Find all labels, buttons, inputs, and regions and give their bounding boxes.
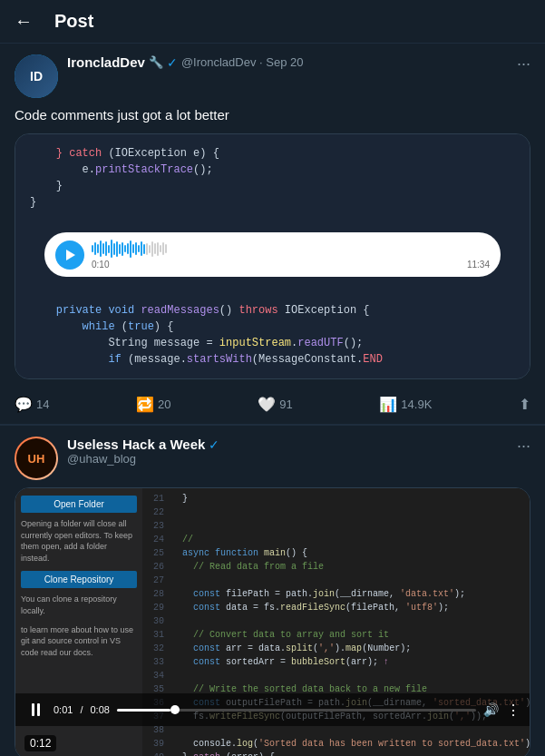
play-icon-1 bbox=[66, 250, 75, 260]
clone-repo-desc: You can clone a repository locally. bbox=[21, 594, 137, 616]
retweet-count-1: 20 bbox=[158, 398, 170, 411]
code-block-top: } catch (IOException e) { e.printStackTr… bbox=[15, 134, 530, 221]
waveform-bar bbox=[160, 245, 161, 252]
code-line: if (message.startsWith(MessageConstant.E… bbox=[30, 351, 515, 368]
audio-separator-2: / bbox=[80, 704, 83, 715]
volume-icon-2[interactable]: 🔊 bbox=[483, 702, 499, 717]
post-text-1: Code comments just got a lot better bbox=[15, 105, 530, 124]
waveform-bar bbox=[146, 243, 148, 255]
username-2[interactable]: Useless Hack a Week bbox=[67, 437, 205, 452]
back-button[interactable]: ← bbox=[15, 11, 33, 32]
page-title: Post bbox=[54, 11, 93, 32]
post-2: UH Useless Hack a Week ✓ @uhaw_blog ··· … bbox=[0, 426, 545, 756]
code-line: String message = inputStream.readUTF(); bbox=[30, 335, 515, 351]
pause-button-2[interactable] bbox=[24, 699, 46, 721]
audio-progress-2[interactable] bbox=[117, 709, 476, 712]
handle-date-1: @IroncladDev · Sep 20 bbox=[181, 55, 304, 69]
code-line: while (true) { bbox=[30, 319, 515, 335]
waveform-bar bbox=[138, 245, 140, 252]
waveform-bar bbox=[92, 245, 93, 252]
like-count-1: 91 bbox=[279, 398, 292, 411]
user-row-2: UH Useless Hack a Week ✓ @uhaw_blog ··· bbox=[15, 437, 530, 480]
waveform-bars-1 bbox=[92, 240, 490, 258]
waveform-bar bbox=[119, 244, 121, 254]
waveform-bar bbox=[135, 242, 137, 255]
play-button-1[interactable] bbox=[55, 241, 84, 270]
share-button-1[interactable]: ⬆ bbox=[519, 396, 530, 413]
waveform-bar bbox=[111, 240, 112, 258]
pause-bar-right bbox=[37, 703, 40, 716]
handle-2: @uhaw_blog bbox=[67, 452, 508, 466]
waveform-bar bbox=[149, 245, 151, 253]
code-line: } catch (IOException e) { bbox=[30, 145, 515, 162]
reply-icon-1: 💬 bbox=[15, 396, 33, 413]
code-line-30: 30 bbox=[142, 614, 530, 628]
avatar-1: ID bbox=[15, 54, 58, 98]
waveform-bar bbox=[124, 245, 126, 252]
code-line-27: 27 bbox=[142, 574, 530, 587]
code-line-39: 39 console.log('Sorted data has been wri… bbox=[142, 737, 530, 751]
waveform-bar bbox=[162, 242, 164, 255]
views-button-1[interactable]: 📊 14.9K bbox=[379, 396, 432, 413]
waveform-bar bbox=[151, 241, 153, 257]
code-line-28: 28 const filePath = path.join(__dirname,… bbox=[142, 587, 530, 601]
retweet-button-1[interactable]: 🔁 20 bbox=[136, 396, 170, 413]
waveform-bar bbox=[100, 241, 102, 257]
audio-dot-2 bbox=[170, 705, 180, 714]
waveform-bar bbox=[122, 242, 123, 256]
waveform-bar bbox=[154, 243, 156, 254]
waveform-bar bbox=[141, 241, 142, 256]
pause-bar-left bbox=[32, 703, 34, 716]
waveform-bar bbox=[132, 244, 134, 253]
timestamp-overlay-2: 0:12 bbox=[24, 735, 56, 751]
verified-icon-1: ✓ bbox=[167, 55, 178, 70]
code-line-24: 24 // bbox=[142, 533, 530, 546]
waveform-bar bbox=[130, 241, 131, 258]
code-image-1: } catch (IOException e) { e.printStackTr… bbox=[15, 133, 530, 379]
post-1: ID IroncladDev 🔧 ✓ @IroncladDev · Sep 20… bbox=[0, 44, 545, 425]
audio-player-1[interactable]: 0:10 11:34 bbox=[44, 232, 501, 277]
code-line-22: 22 bbox=[142, 506, 530, 519]
waveform-bar bbox=[105, 241, 107, 256]
code-line: e.printStackTrace(); bbox=[30, 162, 515, 178]
open-folder-desc: Opening a folder will close all currentl… bbox=[21, 518, 137, 564]
reply-count-1: 14 bbox=[36, 398, 49, 411]
waveform-bar bbox=[102, 243, 104, 254]
code-line-32: 32 const arr = data.split(',').map(Numbe… bbox=[142, 642, 530, 655]
user-info-2: Useless Hack a Week ✓ @uhaw_blog bbox=[67, 437, 508, 466]
waveform-1: 0:10 11:34 bbox=[92, 240, 490, 270]
reply-button-1[interactable]: 💬 14 bbox=[15, 396, 49, 413]
clone-repo-button[interactable]: Clone Repository bbox=[21, 571, 137, 588]
open-folder-button[interactable]: Open Folder bbox=[21, 496, 137, 513]
username-row-1: IroncladDev 🔧 ✓ @IroncladDev · Sep 20 bbox=[67, 54, 508, 70]
waveform-bar bbox=[157, 242, 159, 256]
code-line-25: 25 async function main() { bbox=[142, 546, 530, 560]
more-button-1[interactable]: ··· bbox=[517, 54, 530, 74]
code-line-33: 33 const sortedArr = bubbleSort(arr); ↑ bbox=[142, 655, 530, 669]
code-block-bottom: private void readMessages() throws IOExc… bbox=[15, 291, 530, 378]
code-line: private void readMessages() throws IOExc… bbox=[30, 302, 515, 319]
waveform-bar bbox=[113, 243, 115, 255]
more-button-2[interactable]: ··· bbox=[517, 437, 530, 456]
username-1[interactable]: IroncladDev bbox=[67, 54, 145, 70]
views-icon-1: 📊 bbox=[379, 396, 397, 413]
like-icon-1: 🤍 bbox=[258, 396, 276, 413]
code-line-31: 31 // Convert data to array and sort it bbox=[142, 628, 530, 642]
audio-bar-2[interactable]: 0:01 / 0:08 🔊 ⋮ bbox=[15, 693, 530, 726]
learn-more-text: to learn more about how to use git and s… bbox=[21, 624, 137, 659]
header: ← Post bbox=[0, 0, 545, 44]
waveform-bar bbox=[116, 241, 118, 257]
audio-total-time-2: 0:08 bbox=[90, 704, 109, 715]
code-video-2: Open Folder Opening a folder will close … bbox=[15, 487, 530, 756]
audio-total-time-1: 11:34 bbox=[467, 260, 490, 270]
user-row-1: ID IroncladDev 🔧 ✓ @IroncladDev · Sep 20… bbox=[15, 54, 530, 98]
code-line-21: 21 } bbox=[142, 492, 530, 506]
code-line-26: 26 // Read data from a file bbox=[142, 560, 530, 574]
user-info-1: IroncladDev 🔧 ✓ @IroncladDev · Sep 20 bbox=[67, 54, 508, 70]
code-line-40: 40 } catch (error) { bbox=[142, 751, 530, 756]
waveform-bar bbox=[94, 242, 96, 255]
like-button-1[interactable]: 🤍 91 bbox=[258, 396, 292, 413]
more-audio-button-2[interactable]: ⋮ bbox=[506, 702, 521, 719]
code-line-34: 34 bbox=[142, 669, 530, 682]
code-line: } bbox=[30, 178, 515, 194]
